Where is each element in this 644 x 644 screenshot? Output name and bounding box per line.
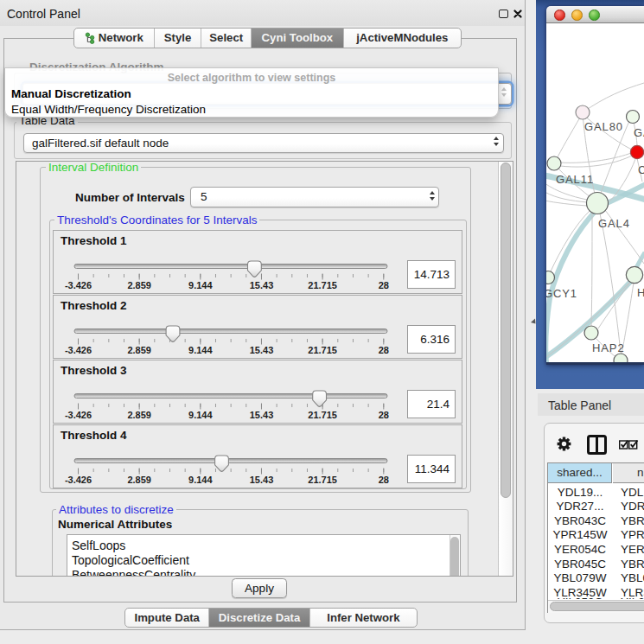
svg-text:21.715: 21.715 [308,345,337,355]
svg-text:9.144: 9.144 [188,475,213,485]
svg-text:15.43: 15.43 [250,345,274,355]
svg-text:-3.426: -3.426 [65,280,92,290]
svg-text:9.144: 9.144 [188,345,213,355]
svg-text:28: 28 [379,410,389,420]
svg-text:2.859: 2.859 [127,345,151,355]
svg-text:GAL80: GAL80 [584,120,623,133]
svg-text:21.715: 21.715 [308,475,337,485]
svg-text:2.859: 2.859 [127,280,151,290]
svg-text:GA: GA [634,126,644,139]
svg-text:GAL11: GAL11 [556,173,594,186]
svg-text:21.715: 21.715 [308,410,337,420]
svg-text:H: H [637,286,644,299]
svg-text:9.144: 9.144 [188,280,213,290]
svg-text:C: C [638,163,644,176]
svg-text:2.859: 2.859 [127,475,151,485]
svg-text:GAL4: GAL4 [598,217,630,230]
svg-text:28: 28 [379,345,389,355]
svg-text:-3.426: -3.426 [65,475,92,485]
svg-text:9.144: 9.144 [188,410,213,420]
svg-text:28: 28 [379,280,389,290]
svg-text:2.859: 2.859 [127,410,151,420]
svg-text:15.43: 15.43 [250,280,274,290]
svg-text:-3.426: -3.426 [65,345,92,355]
svg-text:21.715: 21.715 [308,280,337,290]
svg-text:28: 28 [379,475,389,485]
svg-text:GCY1: GCY1 [546,287,577,300]
svg-text:HAP2: HAP2 [592,341,625,354]
svg-text:15.43: 15.43 [250,475,274,485]
svg-text:-3.426: -3.426 [65,410,92,420]
svg-text:15.43: 15.43 [250,410,274,420]
